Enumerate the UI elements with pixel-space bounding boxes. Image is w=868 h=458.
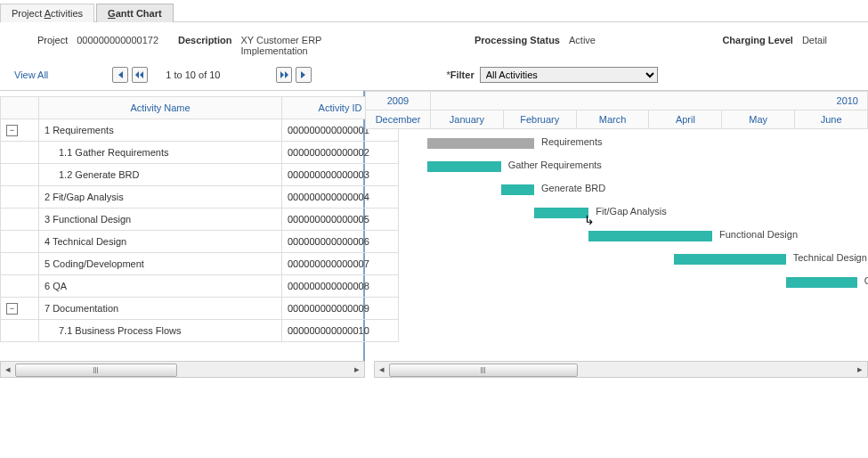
gantt-bar-label: Functional Design bbox=[719, 229, 798, 240]
scroll-right-icon[interactable]: ▸ bbox=[350, 363, 364, 376]
column-header-activity-name[interactable]: Activity Name bbox=[39, 97, 282, 119]
activity-name-cell: 1 Requirements bbox=[39, 119, 282, 142]
month-header: December bbox=[366, 110, 431, 129]
table-row[interactable]: 3 Functional Design000000000000005 bbox=[1, 209, 399, 231]
table-row[interactable]: −1 Requirements000000000000001 bbox=[1, 119, 399, 142]
table-row[interactable]: 1.1 Gather Requirements000000000000002 bbox=[1, 142, 399, 164]
expand-cell: − bbox=[1, 298, 39, 320]
prev-page-icon[interactable] bbox=[132, 67, 148, 83]
activity-name-cell: 4 Technical Design bbox=[39, 231, 282, 253]
tab-project-activities[interactable]: Project Activities bbox=[0, 4, 94, 22]
expand-cell bbox=[1, 231, 39, 253]
scroll-right-icon[interactable]: ▸ bbox=[853, 363, 867, 376]
table-row[interactable]: 7.1 Business Process Flows00000000000001… bbox=[1, 320, 399, 342]
label-project: Project bbox=[37, 35, 68, 45]
activity-grid-panel: Activity Name Activity ID −1 Requirement… bbox=[0, 91, 365, 361]
expand-cell bbox=[1, 186, 39, 209]
gantt-bar[interactable] bbox=[674, 254, 785, 265]
year-2010: 2010 bbox=[431, 92, 868, 110]
value-description: XY Customer ERP Implementation bbox=[241, 35, 348, 56]
expand-cell bbox=[1, 142, 39, 164]
label-filter: *Filter bbox=[447, 70, 475, 80]
table-row[interactable]: 4 Technical Design000000000000006 bbox=[1, 231, 399, 253]
column-header-expand bbox=[1, 97, 39, 119]
left-hscrollbar[interactable]: ◂ ▸ bbox=[0, 361, 365, 378]
month-header: April bbox=[649, 110, 722, 129]
gantt-bar-label: Gather Requirements bbox=[508, 159, 602, 170]
gantt-bar[interactable] bbox=[534, 208, 588, 218]
expand-cell bbox=[1, 164, 39, 186]
dependency-arrow-icon: ↳ bbox=[584, 213, 595, 227]
scroll-left-icon[interactable]: ◂ bbox=[1, 363, 15, 376]
first-page-icon[interactable] bbox=[112, 67, 128, 83]
tab-gantt-chart[interactable]: Gantt Chart bbox=[96, 4, 174, 22]
activity-name-cell: 7.1 Business Process Flows bbox=[39, 320, 282, 342]
collapse-icon[interactable]: − bbox=[6, 303, 18, 315]
month-header: June bbox=[795, 110, 868, 129]
gantt-bar[interactable] bbox=[588, 231, 712, 241]
month-header: February bbox=[503, 110, 576, 129]
collapse-icon[interactable]: − bbox=[6, 125, 18, 136]
gantt-panel: 2009 2010 DecemberJanuaryFebruaryMarchAp… bbox=[365, 91, 868, 361]
last-page-icon[interactable] bbox=[296, 67, 312, 83]
label-description: Description bbox=[178, 35, 232, 45]
expand-cell bbox=[1, 320, 39, 342]
timeline-header: 2009 2010 DecemberJanuaryFebruaryMarchAp… bbox=[365, 91, 868, 129]
gantt-chart-area[interactable]: RequirementsGather RequirementsGenerate … bbox=[365, 129, 868, 361]
activity-name-cell: 1.2 Generate BRD bbox=[39, 164, 282, 186]
activity-grid: Activity Name Activity ID −1 Requirement… bbox=[0, 96, 399, 342]
nav-row: View All 1 to 10 of 10 *Filter All Activ… bbox=[0, 63, 868, 90]
month-header: January bbox=[431, 110, 504, 129]
filter-select[interactable]: All Activities bbox=[480, 67, 658, 83]
expand-cell bbox=[1, 253, 39, 275]
label-processing-status: Processing Status bbox=[475, 35, 560, 45]
value-project: 000000000000172 bbox=[77, 35, 158, 45]
gantt-bar[interactable] bbox=[786, 277, 857, 288]
page-info: 1 to 10 of 10 bbox=[166, 70, 220, 80]
gantt-bar-label: Requirements bbox=[541, 136, 602, 147]
table-row[interactable]: −7 Documentation000000000000009 bbox=[1, 298, 399, 320]
gantt-bar-label: Technical Design bbox=[793, 252, 867, 263]
year-2009: 2009 bbox=[366, 92, 431, 110]
gantt-bar-label: Fit/Gap Analysis bbox=[596, 206, 666, 217]
gantt-bar[interactable] bbox=[501, 184, 534, 195]
expand-cell bbox=[1, 275, 39, 298]
label-charging-level: Charging Level bbox=[722, 35, 792, 45]
gantt-bar-label: Coding/Development bbox=[864, 275, 868, 286]
table-row[interactable]: 2 Fit/Gap Analysis000000000000004 bbox=[1, 186, 399, 209]
activity-name-cell: 6 QA bbox=[39, 275, 282, 298]
gantt-bar[interactable] bbox=[427, 138, 534, 149]
activity-name-cell: 7 Documentation bbox=[39, 298, 282, 320]
gantt-bar-label: Generate BRD bbox=[541, 183, 605, 193]
activity-name-cell: 2 Fit/Gap Analysis bbox=[39, 186, 282, 209]
scroll-left-icon[interactable]: ◂ bbox=[375, 363, 389, 376]
value-charging-level: Detail bbox=[802, 35, 827, 45]
table-row[interactable]: 1.2 Generate BRD000000000000003 bbox=[1, 164, 399, 186]
value-processing-status: Active bbox=[569, 35, 596, 45]
table-row[interactable]: 5 Coding/Development000000000000007 bbox=[1, 253, 399, 275]
month-header: May bbox=[722, 110, 795, 129]
link-view-all[interactable]: View All bbox=[14, 70, 48, 80]
activity-name-cell: 5 Coding/Development bbox=[39, 253, 282, 275]
table-row[interactable]: 6 QA000000000000008 bbox=[1, 275, 399, 298]
activity-name-cell: 3 Functional Design bbox=[39, 209, 282, 231]
tab-bar: Project Activities Gantt Chart bbox=[0, 0, 868, 22]
next-page-icon[interactable] bbox=[276, 67, 292, 83]
activity-name-cell: 1.1 Gather Requirements bbox=[39, 142, 282, 164]
expand-cell bbox=[1, 209, 39, 231]
expand-cell: − bbox=[1, 119, 39, 142]
gantt-bar[interactable] bbox=[427, 161, 501, 172]
right-hscrollbar[interactable]: ◂ ▸ bbox=[374, 361, 868, 378]
meta-row: Project 000000000000172 Description XY C… bbox=[0, 22, 868, 63]
month-header: March bbox=[576, 110, 649, 129]
